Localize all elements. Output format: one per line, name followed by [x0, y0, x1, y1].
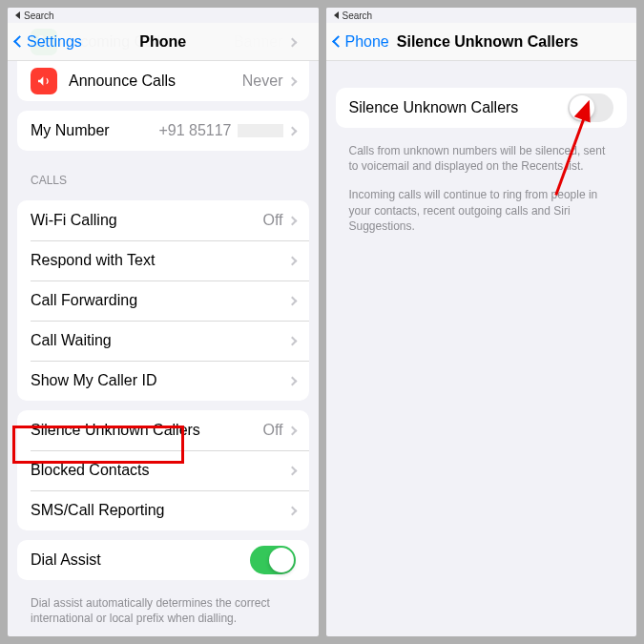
chevron-right-icon	[287, 506, 297, 515]
dial-assist-footer: Dial assist automatically determines the…	[8, 590, 319, 630]
blocked-label: Blocked Contacts	[31, 462, 289, 479]
back-button[interactable]: Settings	[15, 33, 82, 51]
calls-section-header: CALLS	[8, 160, 319, 191]
announce-calls-icon	[31, 68, 57, 94]
row-caller-id[interactable]: Show My Caller ID	[17, 361, 309, 401]
status-search-label[interactable]: Search	[24, 10, 54, 21]
silence-toggle-label: Silence Unknown Callers	[349, 99, 569, 116]
back-caret-icon	[15, 11, 20, 19]
row-call-waiting[interactable]: Call Waiting	[17, 321, 309, 361]
silence-desc-2: Incoming calls will continue to ring fro…	[326, 177, 637, 238]
content-scroll[interactable]: Silence Unknown Callers Calls from unkno…	[326, 61, 637, 636]
redacted-number	[238, 124, 283, 137]
nav-bar: Phone Silence Unknown Callers	[326, 23, 637, 61]
row-silence-unknown[interactable]: Silence Unknown Callers Off	[17, 410, 309, 450]
back-caret-icon	[334, 11, 339, 19]
nav-bar: Settings Phone	[8, 23, 319, 61]
row-my-number[interactable]: My Number +91 85117	[17, 111, 309, 151]
dial-label: Dial Assist	[31, 551, 250, 569]
content-scroll[interactable]: incoming Calls Banner Announce Calls Nev…	[8, 23, 319, 636]
status-search-label[interactable]: Search	[343, 10, 373, 21]
row-silence-toggle[interactable]: Silence Unknown Callers	[336, 88, 628, 128]
announce-label: Announce Calls	[69, 73, 242, 90]
wifi-calling-value: Off	[262, 212, 282, 229]
row-respond-text[interactable]: Respond with Text	[17, 240, 309, 280]
row-call-forwarding[interactable]: Call Forwarding	[17, 280, 309, 321]
back-label: Phone	[345, 33, 389, 51]
silence-unknown-toggle[interactable]	[568, 93, 613, 122]
chevron-right-icon	[287, 426, 297, 435]
chevron-right-icon	[287, 376, 297, 385]
page-title: Silence Unknown Callers	[397, 33, 578, 51]
status-bar: Search	[326, 8, 637, 23]
forward-label: Call Forwarding	[31, 292, 289, 309]
chevron-left-icon	[13, 35, 26, 48]
chevron-right-icon	[287, 216, 297, 225]
sms-label: SMS/Call Reporting	[31, 502, 289, 519]
respond-label: Respond with Text	[31, 252, 289, 269]
chevron-right-icon	[287, 336, 297, 345]
silence-label: Silence Unknown Callers	[31, 422, 262, 439]
chevron-right-icon	[287, 256, 297, 265]
wifi-calling-label: Wi-Fi Calling	[31, 212, 262, 229]
silence-value: Off	[262, 422, 282, 439]
row-dial-assist[interactable]: Dial Assist	[17, 540, 309, 580]
chevron-right-icon	[287, 296, 297, 305]
waiting-label: Call Waiting	[31, 332, 289, 349]
silence-desc-1: Calls from unknown numbers will be silen…	[326, 137, 637, 177]
dial-assist-toggle[interactable]	[250, 546, 296, 574]
chevron-right-icon	[287, 126, 297, 135]
back-button[interactable]: Phone	[334, 33, 389, 51]
row-wifi-calling[interactable]: Wi-Fi Calling Off	[17, 200, 309, 240]
status-bar: Search	[8, 8, 319, 23]
screenshot-right: Search Phone Silence Unknown Callers Sil…	[326, 8, 637, 636]
back-label: Settings	[27, 33, 82, 51]
row-announce-calls[interactable]: Announce Calls Never	[17, 61, 309, 101]
chevron-right-icon	[287, 76, 297, 86]
announce-value: Never	[242, 73, 283, 90]
callerid-label: Show My Caller ID	[31, 372, 289, 389]
row-blocked-contacts[interactable]: Blocked Contacts	[17, 450, 309, 490]
chevron-left-icon	[332, 35, 344, 48]
chevron-right-icon	[287, 466, 297, 475]
my-number-label: My Number	[31, 122, 158, 139]
page-title: Phone	[139, 33, 186, 51]
my-number-value: +91 85117	[158, 122, 231, 139]
row-sms-reporting[interactable]: SMS/Call Reporting	[17, 490, 309, 530]
screenshot-left: Search Settings Phone incoming Calls Ban…	[8, 8, 319, 636]
